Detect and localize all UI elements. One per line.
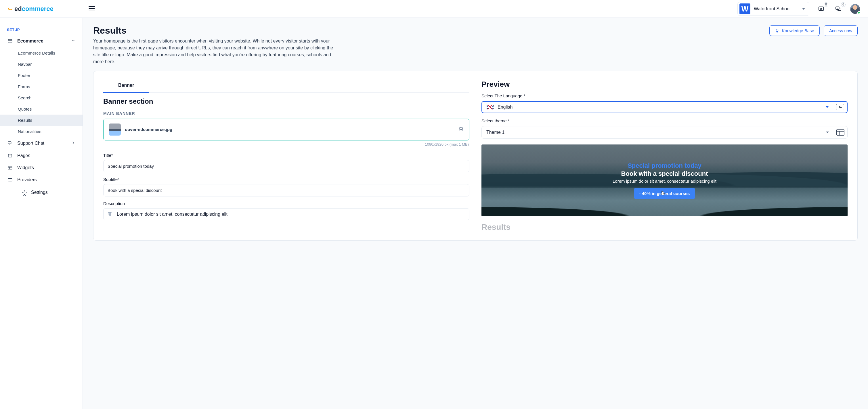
content-card: Banner Banner section MAIN BANNER ouver-…: [93, 71, 858, 241]
layout-icon: [836, 129, 844, 136]
sidebar-item-navbar[interactable]: Navbar: [18, 59, 83, 70]
sidebar-item-ecommerce-details[interactable]: Ecommerce Details: [18, 47, 83, 59]
banner-preview: Special promotion today Book with a spec…: [482, 144, 847, 216]
preview-panel: Preview Select The Language * English A▸…: [482, 80, 847, 232]
logo-suffix: commerce: [22, 5, 54, 12]
description-label: Description: [103, 201, 469, 206]
sidebar-item-pages[interactable]: Pages: [0, 150, 83, 162]
presence-dot-icon: [857, 11, 860, 14]
badge-count-1: 0: [824, 2, 828, 7]
close-bubble-icon[interactable]: 0: [816, 3, 827, 14]
chevron-down-icon: [826, 106, 829, 108]
sidebar-item-label: Providers: [17, 177, 37, 182]
chat-icon: [7, 141, 13, 146]
tab-banner[interactable]: Banner: [103, 80, 149, 93]
header-right: W Waterfront School 0 0: [737, 2, 860, 16]
banner-form: Banner Banner section MAIN BANNER ouver-…: [103, 80, 469, 232]
avatar[interactable]: [850, 4, 860, 14]
sidebar-item-label: Ecommerce: [17, 38, 43, 44]
page-head: Results Your homepage is the first page …: [93, 25, 858, 65]
page-icon: [7, 153, 13, 158]
preview-subtitle-text: Book with a special discount: [621, 170, 708, 177]
file-name: ouver-edcommerce.jpg: [125, 127, 172, 132]
hamburger-icon[interactable]: [86, 3, 98, 15]
sidebar-section-label: SETUP: [0, 25, 83, 35]
sidebar-item-label: Widgets: [17, 165, 34, 170]
sidebar-item-ecommerce[interactable]: Ecommerce: [0, 35, 83, 47]
chevron-down-icon: [71, 38, 75, 44]
main-banner-label: MAIN BANNER: [103, 111, 469, 116]
cursor-arrow-icon: [661, 191, 665, 196]
chat-bubbles-icon[interactable]: 0: [833, 3, 844, 14]
window-icon: [7, 38, 13, 44]
file-thumbnail: [109, 124, 121, 136]
theme-select[interactable]: Theme 1: [482, 126, 847, 139]
widgets-icon: [7, 165, 13, 170]
tabs: Banner: [103, 80, 469, 93]
sidebar-item-widgets[interactable]: Widgets: [0, 162, 83, 174]
svg-rect-5: [8, 154, 12, 158]
preview-description-text: Lorem ipsum dolor sit amet, consectetur …: [613, 179, 716, 183]
page-description: Your homepage is the first page visitors…: [93, 38, 338, 65]
main: Results Your homepage is the first page …: [83, 18, 868, 248]
results-heading-below: Results: [482, 223, 847, 232]
sidebar-item-label: Pages: [17, 153, 30, 158]
subtitle-input[interactable]: [103, 184, 469, 197]
sidebar-item-settings[interactable]: Settings: [0, 186, 83, 199]
upload-hint: 1080x1920 px (max 1 MB): [103, 142, 469, 146]
providers-icon: [7, 177, 13, 182]
school-name: Waterfront School: [754, 6, 790, 11]
chevron-down-icon: [802, 8, 805, 10]
language-value: English: [498, 105, 513, 110]
theme-label: Select theme *: [482, 118, 847, 123]
trash-icon: [458, 126, 464, 132]
logo-prefix: ed: [14, 5, 22, 12]
preview-title: Preview: [482, 80, 847, 89]
knowledge-base-button[interactable]: Knowledge Base: [769, 25, 820, 36]
title-label: Title*: [103, 153, 469, 158]
sidebar-item-quotes[interactable]: Quotes: [18, 103, 83, 114]
paragraph-icon: [107, 211, 113, 217]
svg-rect-6: [8, 166, 12, 169]
svg-rect-7: [8, 179, 12, 181]
badge-count-2: 0: [841, 2, 845, 7]
svg-rect-3: [8, 39, 12, 43]
button-label: Knowledge Base: [782, 28, 814, 33]
sidebar-item-label: Settings: [31, 190, 48, 195]
lightbulb-icon: [775, 28, 779, 33]
flag-uk-icon: [487, 105, 494, 109]
delete-file-button[interactable]: [458, 126, 464, 133]
preview-title-text: Special promotion today: [627, 162, 702, 169]
chevron-down-icon: [826, 132, 829, 133]
sidebar-item-forms[interactable]: Forms: [18, 81, 83, 92]
sidebar-item-footer[interactable]: Footer: [18, 70, 83, 81]
chevron-right-icon: [71, 140, 75, 146]
sidebar-item-support-chat[interactable]: Support Chat: [0, 137, 83, 150]
button-label: Access now: [829, 28, 852, 33]
language-select[interactable]: English A▸: [482, 101, 847, 113]
app-header: edcommerce W Waterfront School 0 0: [0, 0, 868, 18]
banner-section-title: Banner section: [103, 97, 469, 105]
translate-icon: A▸: [836, 104, 844, 110]
sidebar-item-label: Support Chat: [17, 141, 44, 146]
theme-value: Theme 1: [486, 130, 504, 135]
uploaded-file: ouver-edcommerce.jpg: [103, 118, 469, 140]
head-actions: Knowledge Base Access now: [769, 25, 858, 36]
access-now-button[interactable]: Access now: [824, 25, 858, 36]
sidebar: SETUP Ecommerce Ecommerce Details Navbar…: [0, 18, 83, 409]
title-input[interactable]: [103, 160, 469, 172]
subtitle-label: Subtitle*: [103, 177, 469, 182]
description-text: Lorem ipsum dolor sit amet, consectetur …: [117, 212, 227, 217]
sidebar-item-nationalities[interactable]: Nationalities: [18, 126, 83, 137]
school-badge: W: [739, 3, 750, 14]
description-input[interactable]: Lorem ipsum dolor sit amet, consectetur …: [103, 208, 469, 220]
language-label: Select The Language *: [482, 93, 847, 98]
school-selector[interactable]: W Waterfront School: [737, 2, 809, 16]
sidebar-item-results[interactable]: Results: [0, 114, 83, 126]
logo[interactable]: edcommerce: [8, 5, 83, 13]
sidebar-item-providers[interactable]: Providers: [0, 174, 83, 186]
page-title: Results: [93, 25, 338, 36]
sidebar-item-search[interactable]: Search: [18, 92, 83, 103]
logo-swoosh-icon: [8, 7, 12, 11]
sidebar-subnav-ecommerce: Ecommerce Details Navbar Footer Forms Se…: [0, 47, 83, 137]
